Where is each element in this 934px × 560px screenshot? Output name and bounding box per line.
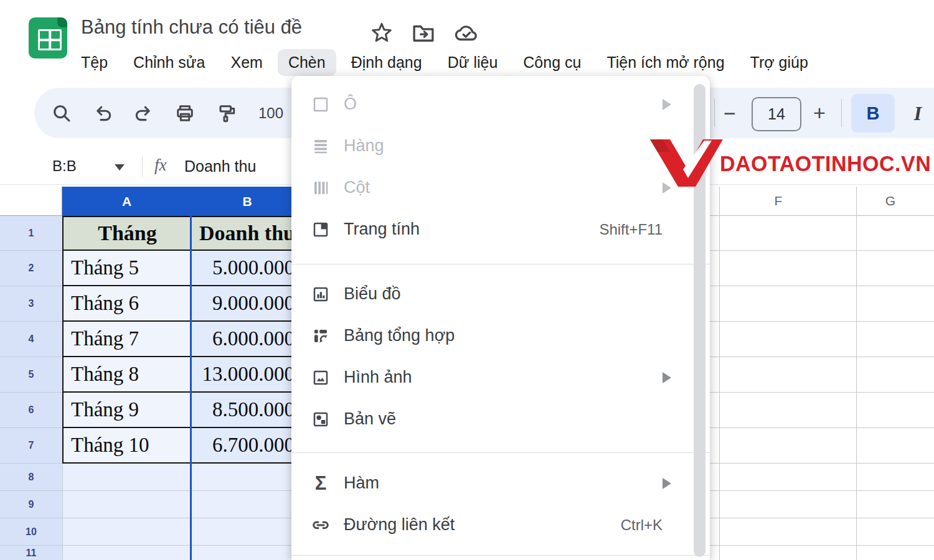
cell-a11[interactable]: [62, 546, 191, 560]
italic-button[interactable]: I: [903, 95, 932, 131]
insert-menu-item-pivot-table[interactable]: Bảng tổng hợp: [291, 315, 710, 357]
cell-a9[interactable]: [62, 491, 191, 518]
row-header[interactable]: 1: [0, 216, 62, 251]
gridline-g: [856, 187, 857, 560]
empty-cells[interactable]: [710, 491, 934, 518]
insert-menu-item-drawing[interactable]: Bản vẽ: [291, 398, 710, 440]
cell-b7[interactable]: 6.700.000: [191, 428, 303, 464]
menu-file[interactable]: Tệp: [80, 49, 109, 76]
row-header[interactable]: 7: [0, 428, 62, 464]
insert-menu: Ô Hàng Cột Trang tính Shift+F11: [291, 76, 710, 560]
menu-divider: [291, 555, 710, 556]
empty-cells[interactable]: [710, 464, 934, 491]
menu-help[interactable]: Trợ giúp: [749, 49, 809, 76]
insert-menu-item-chart[interactable]: Biểu đồ: [291, 273, 710, 315]
cell-b11[interactable]: [191, 546, 303, 560]
cell-a6[interactable]: Tháng 9: [62, 393, 191, 428]
image-icon: [310, 367, 331, 388]
redo-button[interactable]: [133, 102, 155, 124]
cell-b4[interactable]: 6.000.000: [191, 322, 303, 357]
insert-menu-item-sheet[interactable]: Trang tính Shift+F11: [291, 208, 710, 250]
column-selection-border-top: [191, 214, 303, 216]
cell-a10[interactable]: [62, 518, 191, 546]
font-size-input[interactable]: 14: [752, 97, 801, 131]
row-header[interactable]: 8: [0, 464, 62, 491]
select-all-corner[interactable]: [0, 187, 62, 216]
menu-tools[interactable]: Công cụ: [522, 49, 582, 76]
empty-cells[interactable]: [710, 216, 934, 251]
menu-extensions[interactable]: Tiện ích mở rộng: [605, 49, 725, 76]
empty-cells[interactable]: [710, 393, 934, 428]
cell-b8[interactable]: [191, 464, 303, 491]
menu-edit[interactable]: Chỉnh sửa: [132, 49, 206, 76]
increase-font-size-button[interactable]: +: [806, 101, 833, 124]
empty-cells[interactable]: [710, 357, 934, 393]
cloud-saved-icon[interactable]: [452, 20, 481, 46]
undo-button[interactable]: [92, 102, 114, 124]
submenu-arrow-icon: [663, 372, 671, 383]
column-header-b[interactable]: B: [191, 187, 303, 216]
cell-a2[interactable]: Tháng 5: [62, 251, 191, 286]
insert-menu-item-cell[interactable]: Ô: [291, 83, 710, 125]
watermark-logo: DAOTAOTINHOC.VN: [649, 138, 931, 188]
name-box-dropdown-icon[interactable]: [115, 164, 125, 170]
column-header-g[interactable]: G: [847, 187, 934, 216]
empty-cells[interactable]: [710, 251, 934, 286]
row-header[interactable]: 2: [0, 251, 62, 286]
row-header[interactable]: 10: [0, 518, 62, 546]
menu-insert[interactable]: Chèn: [278, 49, 336, 76]
cell-b2[interactable]: 5.000.000: [191, 251, 303, 286]
column-header-f[interactable]: F: [710, 187, 847, 216]
cell-icon: [310, 94, 331, 115]
insert-menu-item-columns[interactable]: Cột: [291, 167, 710, 208]
menu-view[interactable]: Xem: [230, 49, 264, 76]
cell-b5[interactable]: 13.000.000: [191, 357, 303, 393]
columns-icon: [310, 177, 331, 198]
zoom-control[interactable]: 100: [258, 105, 283, 122]
row-header[interactable]: 3: [0, 286, 62, 322]
cell-a5[interactable]: Tháng 8: [62, 357, 191, 393]
cell-a1[interactable]: Tháng: [62, 216, 191, 251]
move-folder-icon[interactable]: [410, 20, 437, 46]
cell-b3[interactable]: 9.000.000: [191, 286, 303, 322]
print-button[interactable]: [174, 102, 196, 124]
column-selection-border: [190, 215, 192, 560]
row-header[interactable]: 9: [0, 491, 62, 518]
column-header-a[interactable]: A: [62, 187, 191, 216]
cell-a4[interactable]: Tháng 7: [62, 322, 191, 357]
cell-b1[interactable]: Doanh thu: [191, 216, 303, 251]
row-header[interactable]: 4: [0, 322, 62, 357]
cell-b9[interactable]: [191, 491, 303, 518]
empty-cells[interactable]: [710, 518, 934, 546]
search-icon[interactable]: [50, 102, 73, 124]
empty-cells[interactable]: [710, 546, 934, 560]
insert-menu-item-image[interactable]: Hình ảnh: [291, 357, 710, 398]
insert-menu-item-rows[interactable]: Hàng: [291, 125, 710, 167]
insert-menu-item-link[interactable]: Đường liên kết Ctrl+K: [291, 504, 710, 546]
row-header[interactable]: 5: [0, 357, 62, 393]
empty-cells[interactable]: [710, 322, 934, 357]
cell-b6[interactable]: 8.500.000: [191, 393, 303, 428]
paint-format-button[interactable]: [215, 102, 237, 124]
star-icon[interactable]: [369, 20, 395, 46]
cell-b10[interactable]: [191, 518, 303, 546]
row-header[interactable]: 11: [0, 546, 62, 560]
cell-a7[interactable]: Tháng 10: [62, 428, 191, 464]
menu-data[interactable]: Dữ liệu: [446, 49, 499, 76]
logo-grid: [38, 29, 62, 50]
decrease-font-size-button[interactable]: −: [717, 103, 743, 124]
name-box[interactable]: B:B: [52, 157, 77, 175]
menu-format[interactable]: Định dạng: [350, 49, 423, 76]
sheets-logo-icon[interactable]: [29, 17, 67, 58]
cell-a8[interactable]: [62, 464, 191, 491]
insert-menu-item-function[interactable]: Σ Hàm: [291, 462, 710, 504]
formula-input[interactable]: Doanh thu: [184, 157, 256, 175]
google-sheets-app: Bảng tính chưa có tiêu đề Tệp Chỉnh sửa …: [0, 0, 934, 560]
empty-cells[interactable]: [710, 428, 934, 464]
empty-cells[interactable]: [710, 286, 934, 322]
row-header[interactable]: 6: [0, 393, 62, 428]
cell-a3[interactable]: Tháng 6: [62, 286, 191, 322]
document-title[interactable]: Bảng tính chưa có tiêu đề: [81, 16, 302, 39]
drawing-icon: [310, 409, 331, 430]
bold-button[interactable]: B: [851, 94, 895, 133]
